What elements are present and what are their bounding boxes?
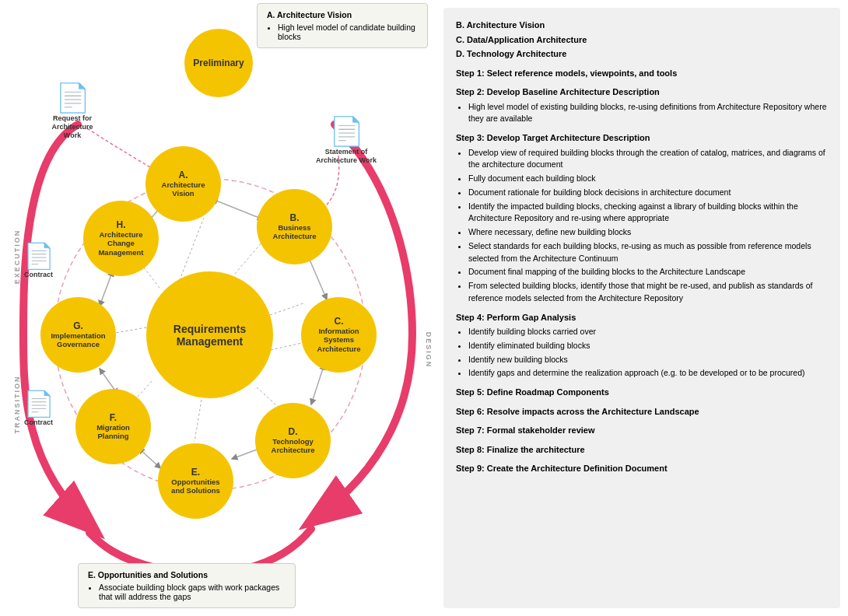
- step5-title: Step 5: Define Roadmap Components: [456, 386, 828, 399]
- doc-statement-label: Statement ofArchitecture Work: [315, 148, 377, 165]
- node-d-letter: D.: [289, 427, 298, 436]
- step3-item-6: Select standards for each building block…: [468, 240, 828, 265]
- node-h-letter: H.: [117, 220, 126, 229]
- node-e-letter: E.: [191, 467, 200, 477]
- step2-item-1: High level model of existing building bl…: [468, 101, 828, 126]
- callout-top: A. Architecture Vision High level model …: [257, 3, 428, 48]
- step4-item-2: Identify eliminated building blocks: [468, 340, 828, 352]
- svg-line-11: [270, 303, 303, 315]
- step4-list: Identify building blocks carried over Id…: [456, 326, 828, 380]
- step4-item-1: Identify building blocks carried over: [468, 326, 828, 338]
- step2-list: High level model of existing building bl…: [456, 101, 828, 126]
- doc-contract-2-label: Contract: [17, 418, 60, 426]
- node-f-label: MigrationPlanning: [96, 423, 130, 441]
- callout-top-item-1: High level model of candidate building b…: [278, 23, 418, 41]
- panel-b-title: B. Architecture Vision: [456, 19, 828, 32]
- svg-line-3: [311, 369, 323, 404]
- step9-title: Step 9: Create the Architecture Definiti…: [456, 462, 828, 475]
- node-a-label: ArchitectureVision: [162, 180, 205, 198]
- svg-line-12: [271, 342, 305, 350]
- step3-item-1: Develop view of required building blocks…: [468, 147, 828, 172]
- doc-statement: 📄 Statement ofArchitecture Work: [315, 115, 377, 165]
- node-preliminary: Preliminary: [184, 29, 253, 97]
- node-h: H. ArchitectureChangeManagement: [83, 201, 159, 276]
- callout-top-list: High level model of candidate building b…: [267, 23, 418, 41]
- step3-title: Step 3: Develop Target Architecture Desc…: [456, 131, 828, 145]
- design-label: DESIGN: [425, 332, 433, 369]
- doc-statement-icon: 📄: [315, 115, 377, 148]
- step4-item-4: Identify gaps and determine the realizat…: [468, 367, 828, 380]
- step3-item-7: Document final mapping of the building b…: [468, 266, 828, 278]
- step4-item-3: Identify new building blocks: [468, 354, 828, 366]
- doc-request: 📄 Request forArchitecture Work: [45, 82, 100, 139]
- callout-bottom-list: Associate building block gaps with work …: [88, 583, 286, 601]
- doc-contract-2: 📄 Contract: [17, 389, 60, 426]
- callout-top-title: A. Architecture Vision: [267, 10, 418, 19]
- node-center: RequirementsManagement: [146, 271, 273, 398]
- node-g-letter: G.: [73, 321, 83, 331]
- svg-line-6: [100, 369, 115, 390]
- doc-request-icon: 📄: [45, 82, 100, 114]
- callout-bottom-item-1: Associate building block gaps with work …: [99, 583, 286, 601]
- svg-line-1: [216, 201, 263, 219]
- doc-contract-1-icon: 📄: [17, 241, 60, 271]
- right-panel: B. Architecture Vision C. Data/Applicati…: [443, 8, 840, 608]
- doc-contract-1: 📄 Contract: [17, 241, 60, 278]
- step3-item-5: Where necessary, define new building blo…: [468, 226, 828, 239]
- node-f-letter: F.: [110, 413, 117, 422]
- panel-c-title: C. Data/Application Architecture: [456, 33, 828, 47]
- diagram-area: EXECUTION TRANSITION PLANNING DESIGN A. …: [0, 0, 443, 616]
- step8-title: Step 8: Finalize the architecture: [456, 443, 828, 457]
- step2-title: Step 2: Develop Baseline Architecture De…: [456, 86, 828, 99]
- node-f: F. MigrationPlanning: [75, 389, 151, 464]
- node-g-label: ImplementationGovernance: [51, 331, 105, 349]
- node-preliminary-label: Preliminary: [193, 58, 244, 68]
- node-a: A. ArchitectureVision: [145, 146, 221, 222]
- callout-bottom: E. Opportunities and Solutions Associate…: [78, 563, 296, 608]
- node-e: E. Opportunitiesand Solutions: [158, 443, 233, 519]
- node-c-letter: C.: [335, 317, 344, 326]
- main-container: EXECUTION TRANSITION PLANNING DESIGN A. …: [0, 0, 848, 616]
- doc-contract-1-label: Contract: [17, 271, 60, 278]
- svg-line-2: [310, 260, 327, 299]
- svg-line-10: [235, 241, 263, 274]
- node-b-label: BusinessArchitecture: [273, 223, 317, 241]
- step3-item-8: From selected building blocks, identify …: [468, 280, 828, 305]
- step6-title: Step 6: Resolve impacts across the Archi…: [456, 405, 828, 418]
- doc-contract-2-icon: 📄: [17, 389, 60, 418]
- node-c-label: InformationSystemsArchitecture: [317, 327, 361, 353]
- step3-item-4: Identify the impacted building blocks, c…: [468, 201, 828, 226]
- node-a-letter: A.: [179, 170, 188, 180]
- node-h-label: ArchitectureChangeManagement: [98, 230, 143, 257]
- svg-line-7: [101, 271, 113, 302]
- node-c: C. InformationSystemsArchitecture: [301, 297, 377, 373]
- node-b: B. BusinessArchitecture: [257, 189, 332, 264]
- step7-title: Step 7: Formal stakeholder review: [456, 424, 828, 437]
- node-e-label: Opportunitiesand Solutions: [171, 478, 220, 495]
- node-g: G. ImplementationGovernance: [40, 297, 116, 373]
- node-b-letter: B.: [290, 213, 300, 222]
- panel-d-title: D. Technology Architecture: [456, 47, 828, 61]
- step4-title: Step 4: Perform Gap Analysis: [456, 311, 828, 324]
- step3-item-3: Document rationale for building block de…: [468, 187, 828, 199]
- callout-bottom-title: E. Opportunities and Solutions: [88, 570, 286, 579]
- doc-request-label: Request forArchitecture Work: [45, 114, 100, 139]
- step3-list: Develop view of required building blocks…: [456, 147, 828, 305]
- svg-line-14: [194, 395, 202, 442]
- node-d: D. TechnologyArchitecture: [255, 403, 331, 478]
- step1-title: Step 1: Select reference models, viewpoi…: [456, 67, 828, 80]
- node-d-label: TechnologyArchitecture: [272, 437, 315, 455]
- node-center-label: RequirementsManagement: [173, 323, 246, 348]
- step3-item-2: Fully document each building block: [468, 173, 828, 185]
